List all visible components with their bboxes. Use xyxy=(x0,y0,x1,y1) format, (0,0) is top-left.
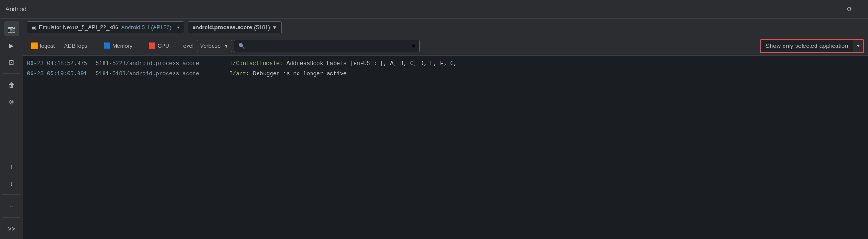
cpu-icon: 🟥 xyxy=(148,42,155,49)
memory-tab[interactable]: 🟦 Memory → xyxy=(99,40,143,51)
device-api: Android 5.1 (API 22) xyxy=(121,24,172,31)
sidebar-wrap-btn[interactable]: ↔ xyxy=(4,199,19,213)
sidebar-arrow-btn[interactable]: ▶ xyxy=(4,38,19,53)
log-message-1: AddressBook Labels [en-US]: [, A, B, C, … xyxy=(286,60,457,68)
sidebar-down-btn[interactable]: ↓ xyxy=(4,176,19,191)
sidebar-up-btn[interactable]: ↑ xyxy=(4,159,19,174)
log-tag-2: I/art: xyxy=(229,70,249,78)
verbose-dropdown-arrow: ▼ xyxy=(223,43,229,49)
arrow-right-icon: ▶ xyxy=(9,42,14,49)
show-only-arrow[interactable]: ▼ xyxy=(853,40,863,52)
process-dropdown-arrow: ▼ xyxy=(272,24,278,31)
cpu-label: CPU xyxy=(157,43,169,49)
show-only-dropdown-arrow: ▼ xyxy=(856,43,861,48)
memory-icon: 🟦 xyxy=(103,42,110,49)
title-bar: Android ⚙ — xyxy=(0,0,868,19)
logcat-label: logcat xyxy=(40,43,55,49)
main-container: 📷 ▶ ⊡ 🗑 ⊗ ↑ ↓ ↔ >> xyxy=(0,19,868,239)
search-icon: 🔍 xyxy=(238,43,245,49)
show-only-label: Show only selected application xyxy=(761,42,853,49)
arrow-down-icon: ↓ xyxy=(10,179,13,187)
log-timestamp-1: 06-23 04:48:52.975 xyxy=(27,60,92,68)
adb-logs-tab[interactable]: ADB logs → xyxy=(60,41,97,51)
device-dropdown-arrow: ▼ xyxy=(176,25,181,30)
adb-logs-label: ADB logs xyxy=(64,43,87,49)
sidebar-delete-btn[interactable]: 🗑 xyxy=(4,78,19,93)
sidebar-separator-1 xyxy=(2,73,20,74)
memory-label: Memory xyxy=(112,43,132,49)
memory-arrow: → xyxy=(134,43,139,48)
log-tag-1: I/ContactLocale: xyxy=(229,60,283,68)
verbose-label: Verbose xyxy=(200,43,220,49)
layout-icon: ⊡ xyxy=(9,59,14,66)
adb-arrow: → xyxy=(89,43,94,48)
window-title: Android xyxy=(6,6,26,13)
sidebar-separator-3 xyxy=(2,217,20,218)
logcat-tab[interactable]: 🟧 logcat xyxy=(27,40,58,51)
stop-icon: ⊗ xyxy=(9,98,14,106)
settings-icon[interactable]: ⚙ xyxy=(846,6,852,13)
search-dropdown-arrow: ▾ xyxy=(412,41,415,50)
log-pid-1: 5181-5228/android.process.acore xyxy=(96,60,226,68)
sidebar: 📷 ▶ ⊡ 🗑 ⊗ ↑ ↓ ↔ >> xyxy=(0,19,23,239)
more-icon: >> xyxy=(7,225,15,232)
device-selector[interactable]: ▣ Emulator Nexus_5_API_22_x86 Android 5.… xyxy=(27,21,184,33)
process-name: android.process.acore xyxy=(192,24,252,31)
search-box[interactable]: 🔍 ▾ xyxy=(234,40,420,52)
process-selector[interactable]: android.process.acore (5181) ▼ xyxy=(188,21,281,33)
log-line: 06-23 04:48:52.975 5181-5228/android.pro… xyxy=(27,59,864,69)
sidebar-camera-btn[interactable]: 📷 xyxy=(4,21,19,36)
log-area: 06-23 04:48:52.975 5181-5228/android.pro… xyxy=(23,56,868,239)
sidebar-more-btn[interactable]: >> xyxy=(4,221,19,236)
show-only-selected-btn[interactable]: Show only selected application ▼ xyxy=(760,39,864,53)
sidebar-separator-2 xyxy=(2,194,20,195)
minimize-icon[interactable]: — xyxy=(856,6,862,13)
camera-icon: 📷 xyxy=(7,25,15,33)
device-bar: ▣ Emulator Nexus_5_API_22_x86 Android 5.… xyxy=(23,19,868,36)
delete-icon: 🗑 xyxy=(8,81,15,89)
log-timestamp-2: 06-23 05:19:05.091 xyxy=(27,70,92,78)
level-label: evel: xyxy=(183,43,195,49)
toolbar: 🟧 logcat ADB logs → 🟦 Memory → 🟥 CPU → xyxy=(23,36,868,56)
verbose-dropdown[interactable]: Verbose ▼ xyxy=(197,40,232,52)
device-name: Emulator Nexus_5_API_22_x86 xyxy=(39,24,118,31)
search-input[interactable] xyxy=(248,43,409,49)
title-bar-actions: ⚙ — xyxy=(846,6,862,13)
device-icon: ▣ xyxy=(31,24,36,31)
log-message-2: Debugger is no longer active xyxy=(253,70,347,78)
log-pid-2: 5181-5188/android.process.acore xyxy=(96,70,226,78)
cpu-tab[interactable]: 🟥 CPU → xyxy=(144,40,179,51)
logcat-icon: 🟧 xyxy=(31,42,38,49)
content-area: ▣ Emulator Nexus_5_API_22_x86 Android 5.… xyxy=(23,19,868,239)
arrow-up-icon: ↑ xyxy=(10,163,13,170)
wrap-icon: ↔ xyxy=(8,202,15,210)
cpu-arrow: → xyxy=(171,43,176,48)
process-pid: (5181) xyxy=(254,24,270,31)
sidebar-stop-btn[interactable]: ⊗ xyxy=(4,94,19,109)
sidebar-layout-btn[interactable]: ⊡ xyxy=(4,55,19,70)
log-line: 06-23 05:19:05.091 5181-5188/android.pro… xyxy=(27,69,864,79)
